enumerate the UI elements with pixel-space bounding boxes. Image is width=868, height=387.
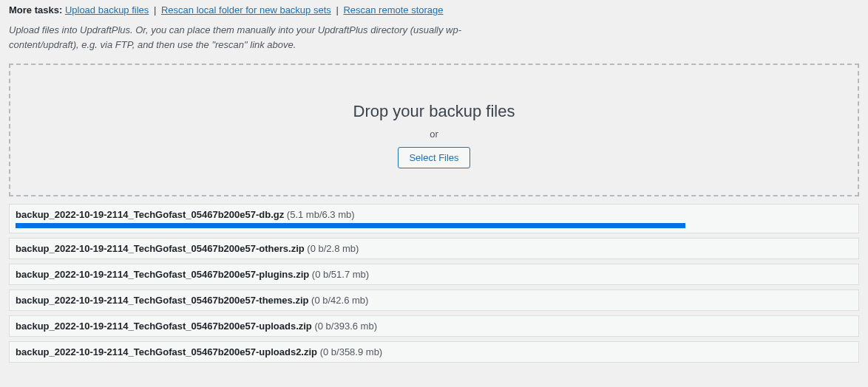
upload-row: backup_2022-10-19-2114_TechGofast_05467b… [9,204,859,233]
progress-fill [16,223,685,228]
upload-size: (0 b/2.8 mb) [305,243,359,254]
dropzone-heading: Drop your backup files [25,102,843,121]
upload-filename: backup_2022-10-19-2114_TechGofast_05467b… [16,295,308,306]
upload-filename: backup_2022-10-19-2114_TechGofast_05467b… [16,321,312,332]
upload-filename: backup_2022-10-19-2114_TechGofast_05467b… [16,346,317,357]
upload-row: backup_2022-10-19-2114_TechGofast_05467b… [9,238,859,259]
upload-row: backup_2022-10-19-2114_TechGofast_05467b… [9,290,859,311]
upload-row: backup_2022-10-19-2114_TechGofast_05467b… [9,264,859,285]
upload-row: backup_2022-10-19-2114_TechGofast_05467b… [9,315,859,337]
dropzone[interactable]: Drop your backup files or Select Files [9,64,859,196]
rescan-local-link[interactable]: Rescan local folder for new backup sets [161,4,331,16]
upload-filename: backup_2022-10-19-2114_TechGofast_05467b… [16,243,305,254]
dropzone-or: or [25,129,843,140]
rescan-remote-link[interactable]: Rescan remote storage [343,4,443,16]
upload-size: (0 b/358.9 mb) [317,346,382,357]
select-files-button[interactable]: Select Files [398,147,469,168]
separator: | [336,4,338,16]
progress-bar [16,223,852,228]
upload-backup-link[interactable]: Upload backup files [65,4,149,16]
upload-row: backup_2022-10-19-2114_TechGofast_05467b… [9,341,859,363]
upload-size: (0 b/51.7 mb) [309,269,369,280]
more-tasks-line: More tasks: Upload backup files | Rescan… [9,4,859,16]
instruction-text: Upload files into UpdraftPlus. Or, you c… [9,23,467,52]
separator: | [154,4,156,16]
upload-size: (5.1 mb/6.3 mb) [284,209,354,220]
uploads-list: backup_2022-10-19-2114_TechGofast_05467b… [9,204,859,363]
upload-size: (0 b/393.6 mb) [312,321,377,332]
upload-filename: backup_2022-10-19-2114_TechGofast_05467b… [16,209,284,220]
upload-filename: backup_2022-10-19-2114_TechGofast_05467b… [16,269,309,280]
upload-size: (0 b/42.6 mb) [308,295,368,306]
more-tasks-label: More tasks: [9,4,62,16]
